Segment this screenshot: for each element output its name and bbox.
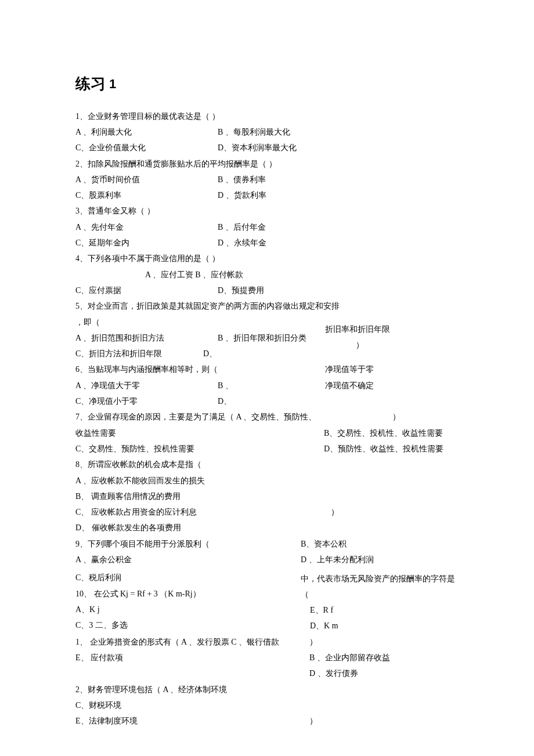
- q10-stem: 10、 在公式 Kj = Rf + 3 （K m-Rj）: [75, 586, 296, 602]
- q6-option-d-mark: D、: [218, 393, 232, 409]
- q2-option-a: A 、货币时间价值: [75, 172, 218, 187]
- q1-option-b: B 、每股利润最大化: [218, 124, 459, 140]
- q2-stem: 2、扣除风险报酬和通货膨胀贴水后的平均报酬率是（ ）: [75, 156, 459, 172]
- q6-right-line2: 净现值不确定: [325, 378, 459, 393]
- q5-stem-line2: ，即（: [75, 314, 308, 330]
- q4-option-d: D、预提费用: [218, 283, 459, 298]
- m1-option-d: D 、发行债券: [309, 665, 459, 681]
- q9-option-d: D 、上年未分配利润: [301, 552, 459, 567]
- m2-option-c: C、财税环境: [75, 697, 305, 713]
- q6-option-a: A 、净现值大于零: [75, 378, 218, 393]
- q5-option-a: A 、折旧范围和折旧方法: [75, 330, 218, 346]
- q8-option-b: B、 调查顾客信用情况的费用: [75, 489, 308, 504]
- q1-option-d: D、资本利润率最大化: [218, 140, 459, 155]
- q10-option-a: A、K j: [75, 602, 296, 617]
- q8-stem: 8、所谓应收帐款的机会成本是指（: [75, 457, 308, 472]
- q10-right-line1: 中，代表市场无风险资产的报酬率的字符是（: [301, 571, 459, 603]
- q5-right-paren: ）: [325, 337, 395, 353]
- m1-right-paren: ）: [309, 634, 459, 650]
- q3-stem: 3、普通年金又称（ ）: [75, 203, 459, 219]
- q4-stem: 4、下列各项中不属于商业信用的是（ ）: [75, 251, 459, 266]
- q7-option-c: C、交易性、预防性、投机性需要: [75, 441, 319, 457]
- q3-option-c: C、延期年金内: [75, 235, 218, 251]
- q9-option-b: B、资本公积: [301, 536, 459, 552]
- q6-option-c: C、净现值小于零: [75, 393, 218, 409]
- q5-stem-line1: 5、对企业而言，折旧政策是其就固定资产的两方面的内容做出规定和安排: [75, 298, 459, 314]
- q7-option-d: D、预防性、收益性、投机性需要: [324, 441, 459, 457]
- page-title: 练习1: [75, 70, 459, 99]
- m1-option-e: E、 应付款项: [75, 650, 305, 665]
- q6-right-line1: 净现值等于零: [325, 361, 459, 377]
- q4-options-ab: A 、应付工资 B 、应付帐款: [75, 267, 459, 283]
- q8-right-paren: ）: [331, 504, 459, 520]
- q3-option-b: B 、后付年金: [218, 219, 459, 235]
- q10-option-d: D、K m: [301, 618, 459, 634]
- q7-option-b: B、交易性、投机性、收益性需要: [324, 425, 459, 441]
- q8-option-c: C、 应收帐款占用资金的应计利息: [75, 504, 308, 520]
- q3-option-d: D 、永续年金: [218, 235, 459, 251]
- m2-option-e: E、法律制度环境: [75, 713, 305, 729]
- m1-option-b: B 、企业内部留存收益: [309, 650, 459, 665]
- q2-option-c: C、股票利率: [75, 187, 218, 203]
- document-page: 练习1 1、企业财务管理目标的最优表达是（ ） A 、利润最大化 B 、每股利润…: [0, 0, 534, 756]
- q2-option-b: B 、债券利率: [218, 172, 459, 187]
- q6-option-b-mark: B 、: [218, 378, 233, 393]
- q7-right-paren: ）: [324, 409, 459, 425]
- q5-option-b: B 、折旧年限和折旧分类: [218, 330, 306, 346]
- q5-option-c: C、折旧方法和折旧年限: [75, 346, 203, 361]
- m1-stem: 1、 企业筹措资金的形式有（ A 、发行股票 C 、银行借款: [75, 634, 305, 650]
- q8-option-a: A 、应收帐款不能收回而发生的损失: [75, 473, 308, 489]
- q5-option-d: D、: [203, 346, 217, 361]
- m2-stem: 2、财务管理环境包括（ A 、经济体制环境: [75, 682, 305, 697]
- title-text: 练习: [75, 75, 106, 92]
- q6-stem: 6、当贴现率与内涵报酬率相等时，则（: [75, 361, 308, 377]
- q9-option-c: C、税后利润: [75, 570, 296, 585]
- title-number: 1: [109, 77, 116, 91]
- q4-option-c: C、应付票据: [75, 283, 218, 298]
- q10-option-e: E、R f: [301, 602, 459, 618]
- q1-option-c: C、企业价值最大化: [75, 140, 218, 155]
- q8-option-d: D、 催收帐款发生的各项费用: [75, 520, 308, 536]
- q10-option-c: C、3 二、多选: [75, 617, 296, 633]
- q3-option-a: A 、先付年金: [75, 219, 218, 235]
- q1-stem: 1、企业财务管理目标的最优表达是（ ）: [75, 108, 459, 124]
- q7-stem: 7、企业留存现金的原因，主要是为了满足（ A 、交易性、预防性、收益性需要: [75, 409, 319, 441]
- q9-stem: 9、下列哪个项目不能用于分派股利（: [75, 536, 296, 552]
- m2-right-paren: ）: [309, 713, 459, 729]
- q1-option-a: A 、利润最大化: [75, 124, 218, 140]
- q2-option-d: D 、货款利率: [218, 187, 459, 203]
- q5-right-text: 折旧率和折旧年限: [325, 321, 459, 337]
- q9-option-a: A 、赢余公积金: [75, 552, 296, 567]
